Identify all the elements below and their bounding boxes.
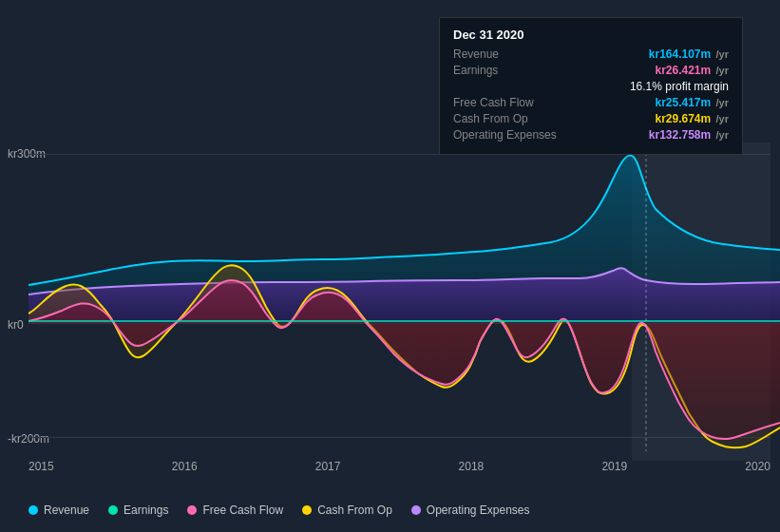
legend-dot-fcf <box>187 505 197 515</box>
tooltip-box: Dec 31 2020 Revenue kr164.107m /yr Earni… <box>439 17 743 155</box>
x-label-2015: 2015 <box>29 460 54 473</box>
x-label-2016: 2016 <box>172 460 198 473</box>
tooltip-label-earnings: Earnings <box>453 64 558 77</box>
tooltip-date: Dec 31 2020 <box>453 28 729 42</box>
legend-label-earnings: Earnings <box>124 504 168 517</box>
tooltip-value-revenue: kr164.107m /yr <box>649 48 729 61</box>
x-label-2017: 2017 <box>315 460 341 473</box>
legend-label-cashfromop: Cash From Op <box>317 504 392 517</box>
chart-svg <box>29 147 780 451</box>
tooltip-label-revenue: Revenue <box>453 48 558 61</box>
chart-container: Dec 31 2020 Revenue kr164.107m /yr Earni… <box>0 0 780 532</box>
x-axis-labels: 2015 2016 2017 2018 2019 2020 <box>29 460 770 473</box>
legend-label-fcf: Free Cash Flow <box>202 504 283 517</box>
tooltip-value-earnings: kr26.421m /yr <box>655 64 729 77</box>
tooltip-row-earnings: Earnings kr26.421m /yr <box>453 64 729 77</box>
tooltip-value-fcf: kr25.417m /yr <box>655 96 729 109</box>
tooltip-label-fcf: Free Cash Flow <box>453 96 558 109</box>
x-label-2019: 2019 <box>601 460 627 473</box>
legend: Revenue Earnings Free Cash Flow Cash Fro… <box>29 504 530 517</box>
legend-item-opex[interactable]: Operating Expenses <box>411 504 530 517</box>
tooltip-row-cashfromop: Cash From Op kr29.674m /yr <box>453 112 729 125</box>
legend-dot-cashfromop <box>302 505 312 515</box>
x-label-2020: 2020 <box>745 460 770 473</box>
x-label-2018: 2018 <box>459 460 485 473</box>
legend-item-earnings[interactable]: Earnings <box>108 504 168 517</box>
tooltip-row-revenue: Revenue kr164.107m /yr <box>453 48 729 61</box>
tooltip-label-opex: Operating Expenses <box>453 128 558 142</box>
legend-dot-earnings <box>108 505 118 515</box>
tooltip-value-cashfromop: kr29.674m /yr <box>655 112 729 125</box>
legend-item-revenue[interactable]: Revenue <box>29 504 89 517</box>
tooltip-row-fcf: Free Cash Flow kr25.417m /yr <box>453 96 729 109</box>
legend-dot-opex <box>411 505 421 515</box>
tooltip-label-cashfromop: Cash From Op <box>453 112 558 125</box>
legend-label-opex: Operating Expenses <box>427 504 530 517</box>
legend-item-cashfromop[interactable]: Cash From Op <box>302 504 392 517</box>
y-label-mid: kr0 <box>8 318 24 332</box>
legend-dot-revenue <box>29 505 38 515</box>
tooltip-margin-value: 16.1% profit margin <box>630 80 729 93</box>
tooltip-row-opex: Operating Expenses kr132.758m /yr <box>453 128 729 142</box>
legend-item-fcf[interactable]: Free Cash Flow <box>187 504 283 517</box>
tooltip-value-opex: kr132.758m /yr <box>649 128 729 142</box>
tooltip-row-margin: 16.1% profit margin <box>453 80 729 93</box>
legend-label-revenue: Revenue <box>44 504 89 517</box>
